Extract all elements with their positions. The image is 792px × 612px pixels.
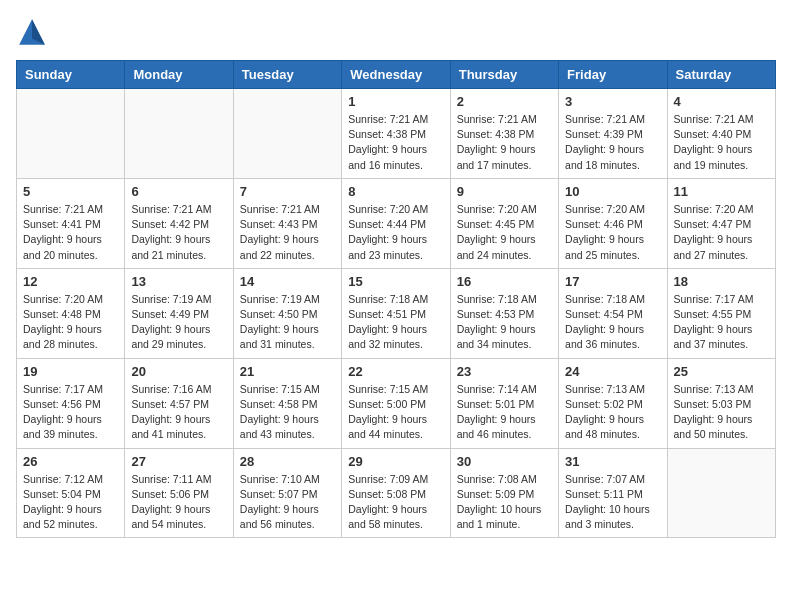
calendar-cell: 31Sunrise: 7:07 AMSunset: 5:11 PMDayligh… (559, 448, 667, 538)
day-number: 8 (348, 184, 443, 199)
logo-icon (16, 16, 48, 48)
day-number: 24 (565, 364, 660, 379)
day-info: Sunrise: 7:11 AMSunset: 5:06 PMDaylight:… (131, 472, 226, 533)
day-number: 18 (674, 274, 769, 289)
day-number: 1 (348, 94, 443, 109)
column-header-thursday: Thursday (450, 61, 558, 89)
day-number: 2 (457, 94, 552, 109)
day-number: 28 (240, 454, 335, 469)
calendar-cell: 28Sunrise: 7:10 AMSunset: 5:07 PMDayligh… (233, 448, 341, 538)
day-number: 12 (23, 274, 118, 289)
day-info: Sunrise: 7:13 AMSunset: 5:02 PMDaylight:… (565, 382, 660, 443)
column-header-friday: Friday (559, 61, 667, 89)
column-header-monday: Monday (125, 61, 233, 89)
logo (16, 16, 52, 48)
calendar-cell: 13Sunrise: 7:19 AMSunset: 4:49 PMDayligh… (125, 268, 233, 358)
calendar-cell: 7Sunrise: 7:21 AMSunset: 4:43 PMDaylight… (233, 178, 341, 268)
day-number: 13 (131, 274, 226, 289)
day-number: 30 (457, 454, 552, 469)
calendar-cell: 4Sunrise: 7:21 AMSunset: 4:40 PMDaylight… (667, 89, 775, 179)
week-row-3: 12Sunrise: 7:20 AMSunset: 4:48 PMDayligh… (17, 268, 776, 358)
day-info: Sunrise: 7:10 AMSunset: 5:07 PMDaylight:… (240, 472, 335, 533)
calendar-cell: 17Sunrise: 7:18 AMSunset: 4:54 PMDayligh… (559, 268, 667, 358)
calendar-cell: 15Sunrise: 7:18 AMSunset: 4:51 PMDayligh… (342, 268, 450, 358)
calendar-cell: 2Sunrise: 7:21 AMSunset: 4:38 PMDaylight… (450, 89, 558, 179)
calendar-cell: 22Sunrise: 7:15 AMSunset: 5:00 PMDayligh… (342, 358, 450, 448)
day-info: Sunrise: 7:21 AMSunset: 4:41 PMDaylight:… (23, 202, 118, 263)
week-row-1: 1Sunrise: 7:21 AMSunset: 4:38 PMDaylight… (17, 89, 776, 179)
day-number: 19 (23, 364, 118, 379)
day-info: Sunrise: 7:18 AMSunset: 4:54 PMDaylight:… (565, 292, 660, 353)
calendar-cell (667, 448, 775, 538)
day-number: 27 (131, 454, 226, 469)
day-number: 14 (240, 274, 335, 289)
day-info: Sunrise: 7:12 AMSunset: 5:04 PMDaylight:… (23, 472, 118, 533)
day-info: Sunrise: 7:17 AMSunset: 4:55 PMDaylight:… (674, 292, 769, 353)
day-number: 10 (565, 184, 660, 199)
day-info: Sunrise: 7:15 AMSunset: 4:58 PMDaylight:… (240, 382, 335, 443)
day-info: Sunrise: 7:07 AMSunset: 5:11 PMDaylight:… (565, 472, 660, 533)
day-number: 5 (23, 184, 118, 199)
calendar-cell (17, 89, 125, 179)
day-number: 4 (674, 94, 769, 109)
week-row-4: 19Sunrise: 7:17 AMSunset: 4:56 PMDayligh… (17, 358, 776, 448)
calendar-cell: 20Sunrise: 7:16 AMSunset: 4:57 PMDayligh… (125, 358, 233, 448)
day-info: Sunrise: 7:18 AMSunset: 4:53 PMDaylight:… (457, 292, 552, 353)
day-number: 17 (565, 274, 660, 289)
calendar-cell: 9Sunrise: 7:20 AMSunset: 4:45 PMDaylight… (450, 178, 558, 268)
column-header-sunday: Sunday (17, 61, 125, 89)
calendar-cell (125, 89, 233, 179)
calendar-cell: 6Sunrise: 7:21 AMSunset: 4:42 PMDaylight… (125, 178, 233, 268)
day-info: Sunrise: 7:21 AMSunset: 4:42 PMDaylight:… (131, 202, 226, 263)
day-number: 23 (457, 364, 552, 379)
day-number: 7 (240, 184, 335, 199)
day-number: 3 (565, 94, 660, 109)
week-row-5: 26Sunrise: 7:12 AMSunset: 5:04 PMDayligh… (17, 448, 776, 538)
week-row-2: 5Sunrise: 7:21 AMSunset: 4:41 PMDaylight… (17, 178, 776, 268)
day-number: 21 (240, 364, 335, 379)
day-info: Sunrise: 7:14 AMSunset: 5:01 PMDaylight:… (457, 382, 552, 443)
day-number: 16 (457, 274, 552, 289)
calendar-header-row: SundayMondayTuesdayWednesdayThursdayFrid… (17, 61, 776, 89)
day-info: Sunrise: 7:20 AMSunset: 4:46 PMDaylight:… (565, 202, 660, 263)
calendar-cell: 14Sunrise: 7:19 AMSunset: 4:50 PMDayligh… (233, 268, 341, 358)
calendar-cell: 16Sunrise: 7:18 AMSunset: 4:53 PMDayligh… (450, 268, 558, 358)
calendar-cell: 8Sunrise: 7:20 AMSunset: 4:44 PMDaylight… (342, 178, 450, 268)
day-info: Sunrise: 7:18 AMSunset: 4:51 PMDaylight:… (348, 292, 443, 353)
day-number: 25 (674, 364, 769, 379)
day-number: 20 (131, 364, 226, 379)
day-info: Sunrise: 7:19 AMSunset: 4:50 PMDaylight:… (240, 292, 335, 353)
column-header-tuesday: Tuesday (233, 61, 341, 89)
calendar-cell: 3Sunrise: 7:21 AMSunset: 4:39 PMDaylight… (559, 89, 667, 179)
calendar-cell (233, 89, 341, 179)
day-number: 6 (131, 184, 226, 199)
day-info: Sunrise: 7:21 AMSunset: 4:43 PMDaylight:… (240, 202, 335, 263)
calendar-cell: 12Sunrise: 7:20 AMSunset: 4:48 PMDayligh… (17, 268, 125, 358)
day-info: Sunrise: 7:21 AMSunset: 4:38 PMDaylight:… (457, 112, 552, 173)
day-info: Sunrise: 7:21 AMSunset: 4:39 PMDaylight:… (565, 112, 660, 173)
day-info: Sunrise: 7:21 AMSunset: 4:38 PMDaylight:… (348, 112, 443, 173)
day-number: 31 (565, 454, 660, 469)
calendar-cell: 11Sunrise: 7:20 AMSunset: 4:47 PMDayligh… (667, 178, 775, 268)
column-header-saturday: Saturday (667, 61, 775, 89)
calendar-cell: 30Sunrise: 7:08 AMSunset: 5:09 PMDayligh… (450, 448, 558, 538)
calendar-cell: 10Sunrise: 7:20 AMSunset: 4:46 PMDayligh… (559, 178, 667, 268)
day-number: 29 (348, 454, 443, 469)
calendar-cell: 25Sunrise: 7:13 AMSunset: 5:03 PMDayligh… (667, 358, 775, 448)
day-info: Sunrise: 7:08 AMSunset: 5:09 PMDaylight:… (457, 472, 552, 533)
day-info: Sunrise: 7:16 AMSunset: 4:57 PMDaylight:… (131, 382, 226, 443)
day-info: Sunrise: 7:20 AMSunset: 4:44 PMDaylight:… (348, 202, 443, 263)
day-number: 15 (348, 274, 443, 289)
day-info: Sunrise: 7:13 AMSunset: 5:03 PMDaylight:… (674, 382, 769, 443)
day-info: Sunrise: 7:20 AMSunset: 4:48 PMDaylight:… (23, 292, 118, 353)
day-number: 22 (348, 364, 443, 379)
calendar-cell: 24Sunrise: 7:13 AMSunset: 5:02 PMDayligh… (559, 358, 667, 448)
calendar-cell: 29Sunrise: 7:09 AMSunset: 5:08 PMDayligh… (342, 448, 450, 538)
column-header-wednesday: Wednesday (342, 61, 450, 89)
calendar-cell: 19Sunrise: 7:17 AMSunset: 4:56 PMDayligh… (17, 358, 125, 448)
day-number: 26 (23, 454, 118, 469)
calendar-cell: 27Sunrise: 7:11 AMSunset: 5:06 PMDayligh… (125, 448, 233, 538)
header (16, 16, 776, 48)
calendar-cell: 1Sunrise: 7:21 AMSunset: 4:38 PMDaylight… (342, 89, 450, 179)
day-info: Sunrise: 7:20 AMSunset: 4:45 PMDaylight:… (457, 202, 552, 263)
